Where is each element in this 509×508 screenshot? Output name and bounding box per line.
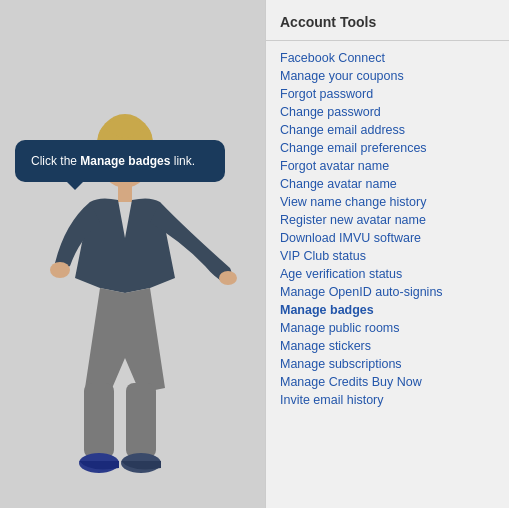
list-item: Invite email history: [280, 391, 495, 409]
menu-link-manage-openid[interactable]: Manage OpenID auto-signins: [280, 285, 495, 299]
menu-link-change-email-prefs[interactable]: Change email preferences: [280, 141, 495, 155]
svg-point-4: [50, 262, 70, 278]
menu-link-manage-coupons[interactable]: Manage your coupons: [280, 69, 495, 83]
list-item: Change email address: [280, 121, 495, 139]
menu-link-manage-public-rooms[interactable]: Manage public rooms: [280, 321, 495, 335]
menu-link-vip-status[interactable]: VIP Club status: [280, 249, 495, 263]
list-item: Manage badges: [280, 301, 495, 319]
list-item: Change avatar name: [280, 175, 495, 193]
menu-link-invite-history[interactable]: Invite email history: [280, 393, 495, 407]
list-item: Change password: [280, 103, 495, 121]
list-item: Manage your coupons: [280, 67, 495, 85]
bubble-bold-text: Manage badges: [80, 154, 170, 168]
list-item: VIP Club status: [280, 247, 495, 265]
list-item: View name change history: [280, 193, 495, 211]
svg-rect-7: [126, 383, 156, 458]
svg-point-5: [219, 271, 237, 285]
menu-link-forgot-password[interactable]: Forgot password: [280, 87, 495, 101]
bubble-text-before: Click the: [31, 154, 80, 168]
menu-link-manage-badges[interactable]: Manage badges: [280, 303, 495, 317]
list-item: Manage public rooms: [280, 319, 495, 337]
menu-link-manage-subscriptions[interactable]: Manage subscriptions: [280, 357, 495, 371]
list-item: Age verification status: [280, 265, 495, 283]
list-item: Facebook Connect: [280, 49, 495, 67]
list-item: Forgot password: [280, 85, 495, 103]
menu-link-change-email[interactable]: Change email address: [280, 123, 495, 137]
list-item: Forgot avatar name: [280, 157, 495, 175]
menu-link-forgot-avatar-name[interactable]: Forgot avatar name: [280, 159, 495, 173]
menu-link-register-avatar[interactable]: Register new avatar name: [280, 213, 495, 227]
list-item: Register new avatar name: [280, 211, 495, 229]
bubble-text-after: link.: [170, 154, 195, 168]
menu-list: Facebook ConnectManage your couponsForgo…: [266, 49, 509, 409]
list-item: Manage Credits Buy Now: [280, 373, 495, 391]
menu-link-age-verification[interactable]: Age verification status: [280, 267, 495, 281]
svg-rect-6: [84, 383, 114, 458]
list-item: Manage subscriptions: [280, 355, 495, 373]
menu-link-facebook-connect[interactable]: Facebook Connect: [280, 51, 495, 65]
list-item: Manage OpenID auto-signins: [280, 283, 495, 301]
menu-link-download-imvu[interactable]: Download IMVU software: [280, 231, 495, 245]
menu-link-view-name-history[interactable]: View name change history: [280, 195, 495, 209]
list-item: Manage stickers: [280, 337, 495, 355]
right-panel: Account Tools Facebook ConnectManage you…: [265, 0, 509, 508]
menu-link-manage-credits[interactable]: Manage Credits Buy Now: [280, 375, 495, 389]
panel-title: Account Tools: [266, 14, 509, 41]
left-panel: Click the Manage badges link.: [0, 0, 265, 508]
menu-link-change-avatar-name[interactable]: Change avatar name: [280, 177, 495, 191]
menu-link-change-password[interactable]: Change password: [280, 105, 495, 119]
list-item: Change email preferences: [280, 139, 495, 157]
main-container: Click the Manage badges link.: [0, 0, 509, 508]
svg-rect-3: [118, 184, 132, 202]
list-item: Download IMVU software: [280, 229, 495, 247]
speech-bubble: Click the Manage badges link.: [15, 140, 225, 182]
menu-link-manage-stickers[interactable]: Manage stickers: [280, 339, 495, 353]
